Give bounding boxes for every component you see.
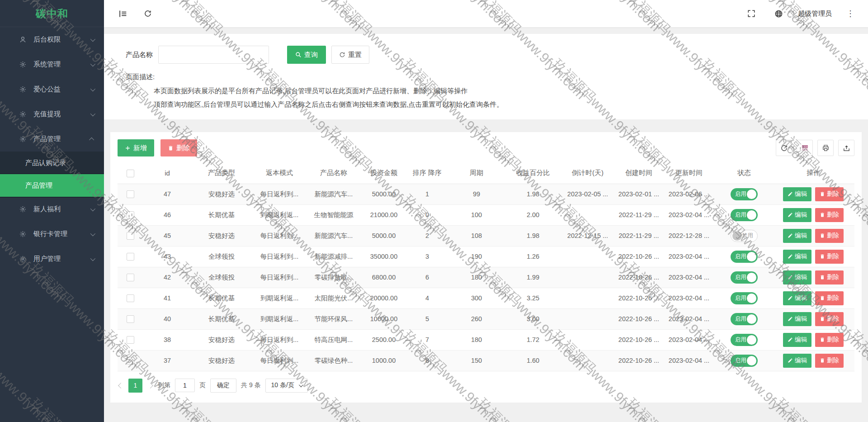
status-toggle[interactable]: 启用	[731, 292, 758, 304]
cell-name: 特高压电网...	[307, 329, 360, 350]
sidebar-item-7[interactable]: 新人福利	[0, 197, 104, 222]
chevron-down-icon	[90, 36, 95, 41]
cell-countdown	[560, 267, 616, 288]
sidebar-item-0[interactable]: 后台权限	[0, 27, 104, 52]
edit-button[interactable]: 编辑	[783, 270, 811, 284]
cell-updated: 2022-12-28 ...	[662, 225, 716, 246]
status-label: 启用	[735, 315, 746, 323]
delete-button[interactable]: 删除	[815, 291, 844, 305]
goto-page-input[interactable]	[175, 379, 195, 392]
row-checkbox[interactable]	[127, 190, 134, 198]
cell-mode: 每日返利到...	[251, 184, 307, 204]
filter-columns-button[interactable]	[797, 140, 813, 156]
sidebar-item-4[interactable]: 产品管理	[0, 127, 104, 152]
row-checkbox[interactable]	[127, 294, 134, 302]
goto-confirm-button[interactable]: 确定	[210, 379, 236, 393]
sidebar-item-9[interactable]: 用户管理	[0, 247, 104, 271]
row-checkbox[interactable]	[127, 232, 134, 240]
print-button[interactable]	[817, 140, 834, 156]
app-logo: 碳中和	[0, 0, 104, 27]
status-label: 启用	[735, 253, 746, 261]
chevron-down-icon	[299, 383, 303, 387]
delete-button[interactable]: 删除	[815, 312, 844, 326]
cell-created: 2022-10-26 ...	[616, 350, 662, 371]
query-button[interactable]: 查询	[287, 46, 326, 64]
page-size-select[interactable]: 10 条/页	[265, 379, 308, 393]
add-button[interactable]: 新增	[118, 139, 154, 156]
status-toggle[interactable]: 启用	[731, 313, 758, 325]
status-toggle[interactable]: 禁用	[731, 230, 758, 242]
pagination: 1 到第 页 确定 共 9 条 10 条/页	[118, 379, 854, 393]
edit-button[interactable]: 编辑	[783, 187, 811, 201]
sidebar-item-3[interactable]: 充值提现	[0, 102, 104, 127]
pencil-icon	[788, 254, 793, 259]
fullscreen-icon[interactable]	[744, 6, 759, 21]
sidebar-item-2[interactable]: 爱心公益	[0, 77, 104, 102]
cell-updated: 2023-02-04 ...	[662, 308, 716, 329]
admin-user-name[interactable]: 超级管理员	[798, 9, 832, 18]
delete-button[interactable]: 删除	[815, 208, 844, 222]
edit-button[interactable]: 编辑	[783, 354, 811, 368]
edit-button[interactable]: 编辑	[783, 229, 811, 243]
page-number-active[interactable]: 1	[128, 379, 142, 393]
row-checkbox[interactable]	[127, 274, 134, 281]
sidebar-item-1[interactable]: 系统管理	[0, 52, 104, 77]
status-toggle[interactable]: 启用	[731, 334, 758, 346]
cell-countdown	[560, 350, 616, 371]
submenu-item-6[interactable]: 产品管理	[0, 174, 104, 197]
delete-button[interactable]: 删除	[815, 229, 844, 243]
delete-button[interactable]: 删除	[815, 187, 844, 201]
pencil-icon	[788, 275, 793, 280]
row-checkbox[interactable]	[127, 211, 134, 219]
status-toggle[interactable]: 启用	[731, 271, 758, 284]
reset-button[interactable]: 重置	[331, 46, 369, 64]
delete-button[interactable]: 删除	[815, 270, 844, 284]
row-checkbox[interactable]	[127, 253, 134, 261]
sidebar-item-8[interactable]: 银行卡管理	[0, 222, 104, 247]
row-checkbox[interactable]	[127, 357, 134, 365]
status-toggle[interactable]: 启用	[731, 251, 758, 263]
status-toggle[interactable]: 启用	[731, 209, 758, 221]
chevron-down-icon	[90, 86, 95, 91]
submenu-item-5[interactable]: 产品认购记录	[0, 152, 104, 174]
cell-mode: 每日返利到...	[251, 267, 307, 288]
delete-button-label: 删除	[827, 211, 839, 219]
status-toggle[interactable]: 启用	[731, 355, 758, 367]
edit-button[interactable]: 编辑	[783, 333, 811, 347]
table-refresh-button[interactable]	[776, 140, 792, 156]
table-tools	[776, 140, 854, 156]
cell-mode: 每日返利到...	[251, 225, 307, 246]
product-name-input[interactable]	[158, 46, 269, 64]
delete-button[interactable]: 删除	[815, 354, 844, 368]
cell-updated: 2023-02-04 ...	[662, 288, 716, 308]
edit-button[interactable]: 编辑	[783, 208, 811, 222]
menu-item-label: 后台权限	[33, 35, 90, 44]
delete-button[interactable]: 删除	[815, 333, 844, 347]
status-toggle[interactable]: 启用	[731, 188, 758, 200]
prev-page-button[interactable]	[118, 382, 124, 389]
refresh-page-icon[interactable]	[140, 6, 156, 21]
cell-amount: 10000.00	[360, 308, 408, 329]
gear-icon	[18, 110, 27, 118]
select-all-checkbox[interactable]	[127, 170, 134, 177]
toggle-knob	[747, 210, 756, 220]
delete-button[interactable]: 删除	[815, 250, 844, 264]
cell-status: 启用	[716, 288, 772, 308]
more-menu-icon[interactable]: ⋮	[844, 9, 857, 19]
batch-delete-button[interactable]: 删除	[160, 139, 197, 156]
language-globe-icon[interactable]	[771, 6, 786, 21]
edit-button-label: 编辑	[795, 315, 807, 323]
edit-button[interactable]: 编辑	[783, 250, 811, 264]
export-button[interactable]	[838, 140, 854, 156]
menu-item-label: 系统管理	[33, 60, 90, 69]
row-checkbox[interactable]	[127, 315, 134, 323]
toggle-knob	[747, 356, 756, 365]
collapse-sidebar-icon[interactable]	[115, 6, 130, 21]
column-header: 返本模式	[251, 163, 307, 184]
row-checkbox[interactable]	[127, 336, 134, 344]
cell-cycle: 100	[447, 204, 506, 225]
edit-button[interactable]: 编辑	[783, 291, 811, 305]
table-row: 47安稳好选每日返利到...新能源汽车...5000.001991.982023…	[118, 184, 854, 204]
next-page-button[interactable]	[147, 382, 153, 389]
edit-button[interactable]: 编辑	[783, 312, 811, 326]
